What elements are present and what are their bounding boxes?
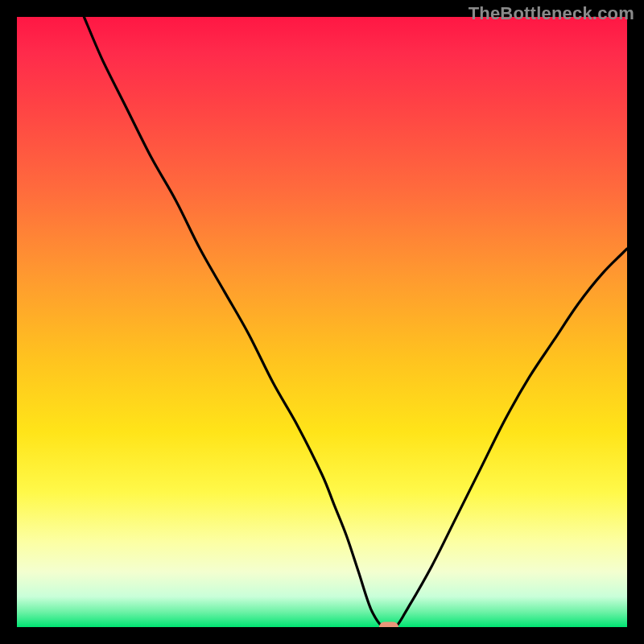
chart-frame: TheBottleneck.com: [0, 0, 644, 644]
curve-path: [84, 17, 627, 627]
plot-area: [17, 17, 627, 627]
bottleneck-curve: [17, 17, 627, 627]
watermark-text: TheBottleneck.com: [469, 3, 634, 24]
optimal-marker: [379, 622, 398, 628]
